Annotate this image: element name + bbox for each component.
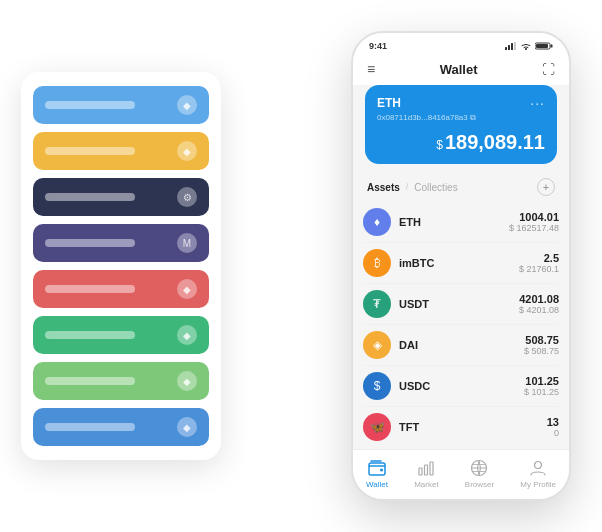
- token-usd-tft: 0: [547, 428, 559, 438]
- eth-card-header: ETH ···: [377, 95, 545, 111]
- token-item-usdc[interactable]: $USDC101.25$ 101.25: [363, 366, 559, 407]
- token-name-usdt: USDT: [399, 298, 519, 310]
- svg-rect-7: [536, 44, 548, 48]
- tab-assets[interactable]: Assets: [367, 182, 400, 193]
- browser-nav-label: Browser: [465, 480, 494, 489]
- wifi-icon: [520, 42, 532, 50]
- token-usd-dai: $ 508.75: [524, 346, 559, 356]
- token-icon-tft: 🦋: [363, 413, 391, 441]
- svg-rect-0: [505, 47, 507, 50]
- add-asset-button[interactable]: +: [537, 178, 555, 196]
- token-usd-eth: $ 162517.48: [509, 223, 559, 233]
- svg-rect-6: [551, 45, 553, 48]
- token-name-eth: ETH: [399, 216, 509, 228]
- token-amount-usdt: 4201.08: [519, 293, 559, 305]
- token-name-imbtc: imBTC: [399, 257, 519, 269]
- token-amount-imbtc: 2.5: [519, 252, 559, 264]
- signal-icon: [505, 42, 517, 50]
- token-list: ♦ETH1004.01$ 162517.48₿imBTC2.5$ 21760.1…: [353, 202, 569, 449]
- stack-card-1[interactable]: ◆: [33, 132, 209, 170]
- token-usd-usdc: $ 101.25: [524, 387, 559, 397]
- phone-mockup: 9:41: [351, 31, 571, 501]
- profile-nav-label: My Profile: [520, 480, 556, 489]
- tab-divider: /: [406, 182, 409, 192]
- token-amount-eth: 1004.01: [509, 211, 559, 223]
- token-icon-imbtc: ₿: [363, 249, 391, 277]
- tab-collecties[interactable]: Collecties: [414, 182, 457, 193]
- token-name-dai: DAI: [399, 339, 524, 351]
- token-values-eth: 1004.01$ 162517.48: [509, 211, 559, 233]
- svg-rect-1: [508, 45, 510, 50]
- token-values-imbtc: 2.5$ 21760.1: [519, 252, 559, 274]
- token-item-tft[interactable]: 🦋TFT130: [363, 407, 559, 447]
- assets-tabs: Assets / Collecties: [367, 182, 458, 193]
- token-name-tft: TFT: [399, 421, 547, 433]
- wallet-nav-icon: [367, 458, 387, 478]
- token-icon-dai: ◈: [363, 331, 391, 359]
- balance-amount: 189,089.11: [445, 131, 545, 153]
- market-nav-label: Market: [414, 480, 438, 489]
- nav-profile[interactable]: My Profile: [520, 458, 556, 489]
- svg-rect-12: [430, 462, 433, 475]
- svg-rect-3: [514, 42, 516, 50]
- token-name-usdc: USDC: [399, 380, 524, 392]
- header-title: Wallet: [440, 62, 478, 77]
- token-usd-imbtc: $ 21760.1: [519, 264, 559, 274]
- nav-browser[interactable]: Browser: [465, 458, 494, 489]
- dollar-sign: $: [436, 138, 443, 152]
- eth-card-address: 0x08711d3b...8416a78a3 ⧉: [377, 113, 545, 123]
- svg-point-4: [525, 48, 527, 50]
- token-amount-usdc: 101.25: [524, 375, 559, 387]
- bottom-nav: Wallet Market: [353, 449, 569, 499]
- token-item-eth[interactable]: ♦ETH1004.01$ 162517.48: [363, 202, 559, 243]
- nav-market[interactable]: Market: [414, 458, 438, 489]
- stack-card-7[interactable]: ◆: [33, 408, 209, 446]
- assets-header: Assets / Collecties +: [353, 174, 569, 202]
- card-stack: ◆◆⚙M◆◆◆◆: [21, 72, 221, 460]
- stack-card-6[interactable]: ◆: [33, 362, 209, 400]
- token-icon-usdt: ₮: [363, 290, 391, 318]
- token-values-usdt: 4201.08$ 4201.08: [519, 293, 559, 315]
- stack-card-3[interactable]: M: [33, 224, 209, 262]
- nav-wallet[interactable]: Wallet: [366, 458, 388, 489]
- svg-rect-10: [419, 468, 422, 475]
- wallet-nav-label: Wallet: [366, 480, 388, 489]
- stack-card-0[interactable]: ◆: [33, 86, 209, 124]
- stack-card-4[interactable]: ◆: [33, 270, 209, 308]
- token-values-usdc: 101.25$ 101.25: [524, 375, 559, 397]
- token-values-dai: 508.75$ 508.75: [524, 334, 559, 356]
- menu-icon[interactable]: ≡: [367, 61, 375, 77]
- stack-card-2[interactable]: ⚙: [33, 178, 209, 216]
- scene: ◆◆⚙M◆◆◆◆ 9:41: [21, 21, 581, 511]
- token-amount-dai: 508.75: [524, 334, 559, 346]
- token-usd-usdt: $ 4201.08: [519, 305, 559, 315]
- eth-card-balance: $189,089.11: [377, 131, 545, 154]
- svg-rect-2: [511, 43, 513, 50]
- token-item-usdt[interactable]: ₮USDT4201.08$ 4201.08: [363, 284, 559, 325]
- status-icons: [505, 42, 553, 50]
- scan-icon[interactable]: ⛶: [542, 62, 555, 77]
- token-amount-tft: 13: [547, 416, 559, 428]
- token-item-dai[interactable]: ◈DAI508.75$ 508.75: [363, 325, 559, 366]
- profile-nav-icon: [528, 458, 548, 478]
- battery-icon: [535, 42, 553, 50]
- browser-nav-icon: [469, 458, 489, 478]
- token-icon-eth: ♦: [363, 208, 391, 236]
- svg-point-9: [380, 469, 383, 472]
- token-icon-usdc: $: [363, 372, 391, 400]
- svg-point-14: [535, 462, 542, 469]
- token-item-imbtc[interactable]: ₿imBTC2.5$ 21760.1: [363, 243, 559, 284]
- svg-rect-11: [425, 465, 428, 475]
- eth-card-menu[interactable]: ···: [530, 95, 545, 111]
- token-values-tft: 130: [547, 416, 559, 438]
- market-nav-icon: [416, 458, 436, 478]
- eth-card[interactable]: ETH ··· 0x08711d3b...8416a78a3 ⧉ $189,08…: [365, 85, 557, 164]
- stack-card-5[interactable]: ◆: [33, 316, 209, 354]
- status-time: 9:41: [369, 41, 387, 51]
- eth-card-title: ETH: [377, 96, 401, 110]
- phone-header: ≡ Wallet ⛶: [353, 55, 569, 85]
- status-bar: 9:41: [353, 33, 569, 55]
